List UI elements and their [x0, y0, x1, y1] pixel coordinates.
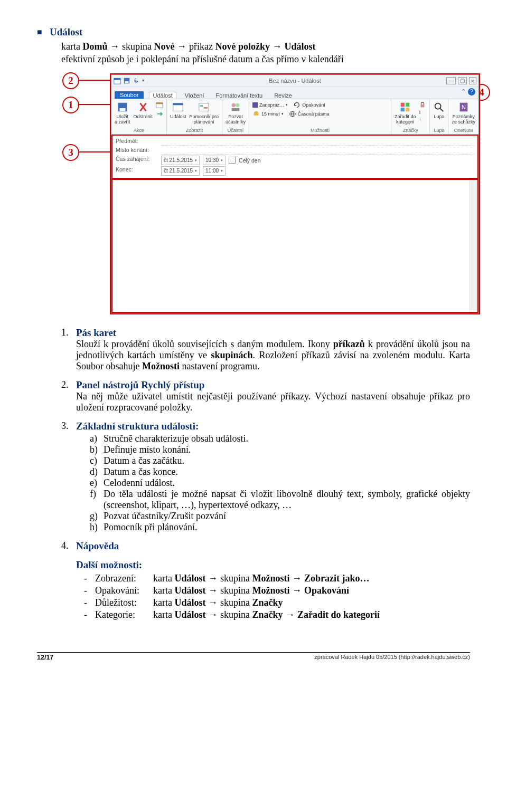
li-text: Datum a čas začátku. [104, 455, 184, 466]
t: Událost [285, 41, 316, 52]
repeat-button[interactable]: Opakování [293, 101, 325, 109]
figure-wrap: 2 1 3 4 h g a b c e d f ▾ Bez názvu - Ud [37, 74, 470, 313]
t: skupina [220, 585, 252, 596]
li-text: Pozvat účastníky/Zrušit pozvání [104, 511, 226, 522]
list-item: 1. Pás karet Slouží k provádění úkolů so… [61, 327, 470, 372]
planner-button[interactable]: Pomocník pro plánování [190, 101, 219, 125]
subject-input[interactable] [161, 138, 474, 146]
group-onenote: N Poznámky ze schůzky OneNote [448, 99, 478, 134]
t: Nové položky [215, 41, 270, 52]
delete-button[interactable]: Odstranit [134, 101, 153, 119]
dash-row: -Opakování: karta Událost → skupina Možn… [76, 585, 470, 596]
svg-rect-17 [401, 102, 405, 106]
further-heading: Další možnosti: [76, 559, 470, 571]
group-label: OneNote [454, 128, 473, 133]
item-title: Panel nástrojů Rychlý přístup [76, 379, 204, 390]
item-title: Nápověda [76, 540, 119, 551]
event-button[interactable]: Událost [170, 101, 186, 119]
invite-button[interactable]: Pozvat účastníky [226, 101, 246, 125]
private-button[interactable] [419, 101, 426, 109]
ribbon: Uložit a zavřít Odstranit Akce [111, 99, 478, 135]
tab-format[interactable]: Formátování textu [212, 92, 266, 99]
end-time-input[interactable]: 11:00▾ [203, 166, 226, 176]
group-ucastnici: Pozvat účastníky Účastní [222, 99, 249, 134]
undo-icon [133, 77, 140, 84]
li-text: Definuje místo konání. [104, 444, 191, 455]
reminder-dropdown[interactable]: 15 minut▾ [252, 110, 284, 118]
group-zobrazit: Událost Pomocník pro plánování Zobrazit [167, 99, 222, 134]
label: Uložit a zavřít [115, 114, 130, 125]
t: Událost [174, 573, 205, 584]
onenote-button[interactable]: N Poznámky ze schůzky [452, 101, 475, 125]
zoom-button[interactable]: Lupa [433, 101, 445, 119]
label: Pozvat účastníky [226, 114, 246, 125]
k: Kategorie: [95, 609, 153, 620]
tab-event[interactable]: Událost [149, 92, 176, 99]
timezones-button[interactable]: Časová pásma [289, 110, 330, 118]
label: 15 minut [261, 111, 280, 117]
numbered-list: 1. Pás karet Slouží k provádění úkolů so… [61, 327, 470, 620]
list-item: 3. Základní struktura události: a)Stručn… [61, 421, 470, 533]
location-input[interactable] [161, 147, 474, 155]
t: skupina [220, 609, 252, 620]
busy-dropdown[interactable]: Zanepráz…▾ [252, 101, 288, 109]
importance-high-button[interactable]: ! [419, 110, 426, 115]
collapse-icon[interactable]: ⌃ [461, 88, 466, 95]
callout-1: 1 [62, 97, 79, 113]
forward-button[interactable] [156, 110, 163, 117]
help-icon[interactable]: ? [468, 88, 475, 95]
start-time-input[interactable]: 10:30▾ [203, 156, 226, 165]
t: Značky [252, 597, 283, 608]
allday-checkbox[interactable] [229, 157, 236, 164]
calendar-button[interactable] [156, 101, 163, 109]
help-area: ⌃ ? [461, 88, 475, 95]
li-text: Do těla události je možné napsat či vlož… [104, 489, 470, 511]
list-item: 4. Nápověda [61, 540, 470, 552]
importance-low-button[interactable]: ↓ [419, 116, 426, 121]
tab-review[interactable]: Revize [271, 92, 295, 99]
label: Událost [170, 114, 186, 119]
categorize-button[interactable]: Zařadit do kategorií [395, 101, 416, 125]
maximize-icon[interactable]: ▢ [458, 77, 467, 84]
svg-point-13 [232, 103, 236, 107]
section-title: Událost [50, 26, 82, 38]
window-title: Bez názvu - Událost [269, 78, 321, 84]
outlook-window: ▾ Bez názvu - Událost — ▢ ⨉ Soubor Událo… [111, 74, 479, 313]
t: Možnosti [252, 585, 290, 596]
minimize-icon[interactable]: — [446, 77, 456, 84]
t: karta [153, 585, 174, 596]
label: Pomocník pro plánování [190, 114, 219, 125]
tab-file[interactable]: Soubor [115, 91, 144, 99]
t: karta [153, 573, 174, 584]
dash-list: -Zobrazení: karta Událost → skupina Možn… [76, 573, 470, 620]
save-close-button[interactable]: Uložit a zavřít [115, 101, 130, 125]
t: Domů [82, 41, 107, 52]
group-label: Lupa [434, 128, 444, 133]
window-controls[interactable]: — ▢ ⨉ [446, 75, 476, 87]
li-text: Pomocník při plánování. [104, 522, 197, 533]
svg-rect-12 [204, 107, 208, 109]
allday-label: Celý den [239, 157, 260, 164]
svg-text:N: N [462, 103, 466, 110]
group-label: Možnosti [311, 128, 330, 133]
window-titlebar: ▾ Bez názvu - Událost — ▢ ⨉ [111, 75, 478, 87]
t: Zařadit do kategorií [297, 609, 380, 620]
t: Událost [174, 597, 205, 608]
svg-rect-18 [406, 102, 409, 106]
svg-rect-15 [232, 108, 240, 111]
svg-rect-5 [119, 108, 125, 111]
start-date-input[interactable]: čt 21.5.2015▾ [161, 156, 200, 165]
p: příkazů [333, 339, 365, 349]
page-number: 12/17 [37, 654, 53, 661]
body-textarea[interactable] [111, 179, 478, 313]
quick-access-toolbar[interactable]: ▾ [114, 75, 144, 87]
t: Opakování [304, 585, 349, 596]
subline-2: efektivní způsob je i poklepání na přísl… [61, 53, 470, 65]
end-date-input[interactable]: čt 21.5.2015▾ [161, 166, 200, 176]
subject-label: Předmět: [116, 138, 158, 146]
close-icon[interactable]: ⨉ [469, 77, 476, 84]
tab-insert[interactable]: Vložení [182, 92, 208, 99]
svg-point-14 [236, 103, 239, 107]
svg-rect-7 [156, 102, 163, 104]
save-icon [123, 77, 130, 84]
